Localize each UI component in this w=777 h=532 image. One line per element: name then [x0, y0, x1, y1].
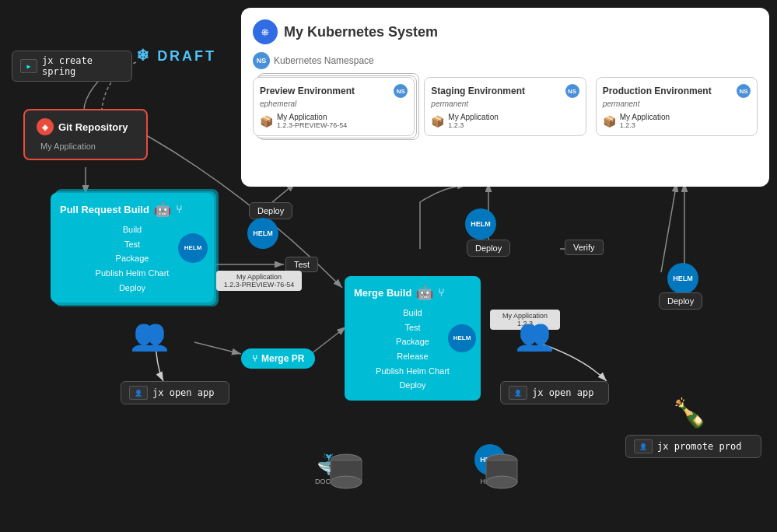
git-repository-box: ◈ Git Repository My Application [23, 109, 148, 160]
production-helm-circle: HELM [667, 263, 698, 294]
staging-env-wrapper: Staging Environment NS permanent 📦 My Ap… [424, 77, 586, 136]
terminal-icon: ▶ [20, 59, 37, 73]
pr-build-title: Pull Request Build 🤖 ⑂ [60, 201, 205, 218]
pr-step-build: Build [60, 222, 205, 237]
create-spring-text: jx create spring [42, 55, 124, 77]
production-app-info: My Application 1.2.3 [620, 113, 670, 129]
promote-prod-command: 👤 jx promote prod [625, 435, 761, 458]
merge-step-release: Release [354, 349, 471, 364]
pr-step-publish: Publish Helm Chart [60, 266, 205, 281]
create-spring-command: ▶ jx create spring [12, 51, 132, 82]
pr-build-label: Pull Request Build [60, 204, 149, 215]
pr-build-box: Pull Request Build 🤖 ⑂ Build Test Packag… [51, 193, 214, 303]
open-app-left-text: jx open app [152, 387, 214, 398]
pr-badge-version: 1.2.3-PREVIEW-76-54 [222, 281, 296, 289]
staging-app-row: 📦 My Application 1.2.3 [431, 113, 579, 129]
staging-environment-box: Staging Environment NS permanent 📦 My Ap… [424, 77, 586, 136]
merge-pr-icon: ⑂ [252, 353, 257, 364]
pr-deploy-label: Deploy [257, 206, 284, 215]
diagram-container: ▶ jx create spring ❄ DRAFT ◈ Git Reposit… [0, 0, 777, 532]
preview-env-title: Preview Environment [260, 86, 355, 96]
preview-app-row: 📦 My Application 1.2.3-PREVIEW-76-54 [260, 113, 408, 129]
merge-badge-name: My Application [495, 312, 555, 320]
merge-build-robot-icon: 🤖 [416, 284, 433, 301]
production-env-title: Production Environment [603, 86, 712, 96]
person-left-front: 👤 [128, 323, 159, 352]
staging-app-name: My Application [448, 113, 498, 121]
preview-env-type: ephemeral [260, 100, 408, 108]
draft-label: DRAFT [157, 48, 216, 64]
preview-app-info: My Application 1.2.3-PREVIEW-76-54 [277, 113, 347, 129]
promote-icon: 👤 [634, 439, 653, 453]
preview-app-icon: 📦 [260, 115, 273, 128]
preview-title-row: Preview Environment NS [260, 84, 408, 98]
pr-build-merge-icon: ⑂ [176, 203, 182, 215]
staging-app-icon: 📦 [431, 115, 444, 128]
open-app-right-text: jx open app [532, 387, 593, 398]
pr-helm-badge: HELM [178, 233, 208, 263]
staging-env-type: permanent [431, 100, 579, 108]
staging-ns-badge: NS [565, 84, 579, 98]
open-app-right-icon: 👤 [509, 386, 527, 400]
test-badge: Test [285, 257, 318, 272]
pr-app-version-badge: My Application 1.2.3-PREVIEW-76-54 [216, 271, 302, 291]
people-left-icons: 👤 👤 [128, 323, 159, 352]
merge-pr-label: Merge PR [261, 353, 304, 364]
production-environment-box: Production Environment NS permanent 📦 My… [596, 77, 758, 136]
k8s-namespace-label: NS Kubernetes Namespace [253, 52, 758, 69]
merge-pr-button[interactable]: ⑂ Merge PR [241, 348, 315, 369]
production-app-name: My Application [620, 113, 670, 121]
staging-helm-standalone: HELM [465, 208, 496, 243]
db-cylinder-right-svg [482, 451, 521, 490]
production-app-icon: 📦 [603, 115, 616, 128]
preview-environment-box: Preview Environment NS ephemeral 📦 My Ap… [253, 77, 415, 136]
production-deploy-label: Deploy [667, 296, 694, 306]
production-app-row: 📦 My Application 1.2.3 [603, 113, 751, 129]
database-left [327, 451, 366, 493]
pr-helm-circle: HELM [247, 218, 278, 249]
production-env-wrapper: Production Environment NS permanent 📦 My… [596, 77, 758, 136]
production-deploy-box: Deploy [659, 292, 702, 310]
merge-build-wrapper: Merge Build 🤖 ⑂ Build Test Package Relea… [345, 276, 481, 401]
kubernetes-icon: ⎈ [253, 19, 278, 44]
staging-env-title: Staging Environment [431, 86, 525, 96]
verify-label: Verify [573, 243, 595, 252]
preview-env-wrapper: Preview Environment NS ephemeral 📦 My Ap… [253, 77, 415, 136]
production-app-version: 1.2.3 [620, 121, 670, 129]
production-env-type: permanent [603, 100, 751, 108]
verify-badge: Verify [565, 240, 604, 255]
preview-app-version: 1.2.3-PREVIEW-76-54 [277, 121, 347, 129]
staging-app-info: My Application 1.2.3 [448, 113, 498, 129]
open-app-right-command: 👤 jx open app [500, 381, 609, 404]
person-right-front: 👤 [513, 323, 544, 352]
open-app-left-icon: 👤 [129, 386, 148, 400]
git-repo-title-row: ◈ Git Repository [37, 118, 135, 135]
open-app-left-command: 👤 jx open app [121, 381, 229, 404]
pr-deploy-box: Deploy [249, 202, 292, 219]
namespace-text: Kubernetes Namespace [274, 55, 374, 66]
k8s-header: ⎈ My Kubernetes System [253, 19, 758, 44]
pr-badge-name: My Application [222, 273, 296, 281]
merge-step-build: Build [354, 306, 471, 320]
champagne-bottle-icon: 🍾 [672, 397, 707, 429]
people-group-left: 👤 👤 [128, 323, 159, 352]
staging-app-version: 1.2.3 [448, 121, 498, 129]
merge-step-publish: Publish Helm Chart [354, 364, 471, 379]
people-group-right: 👤 👤 [513, 323, 544, 352]
production-ns-badge: NS [737, 84, 751, 98]
draft-logo: ❄ DRAFT [136, 45, 216, 65]
db-cylinder-left-svg [327, 451, 366, 490]
pr-build-wrapper: Pull Request Build 🤖 ⑂ Build Test Packag… [51, 193, 214, 303]
merge-step-deploy: Deploy [354, 378, 471, 393]
merge-build-merge-icon: ⑂ [438, 286, 444, 299]
git-repo-title: Git Repository [58, 121, 128, 133]
staging-title-row: Staging Environment NS [431, 84, 579, 98]
people-right-icons: 👤 👤 [513, 323, 544, 352]
database-right [482, 451, 521, 493]
svg-point-7 [486, 476, 517, 488]
environment-boxes: Preview Environment NS ephemeral 📦 My Ap… [253, 77, 758, 136]
merge-build-label: Merge Build [354, 287, 411, 299]
ns-badge-main: NS [253, 52, 270, 69]
staging-helm-circle: HELM [465, 208, 496, 240]
merge-build-title: Merge Build 🤖 ⑂ [354, 284, 471, 301]
